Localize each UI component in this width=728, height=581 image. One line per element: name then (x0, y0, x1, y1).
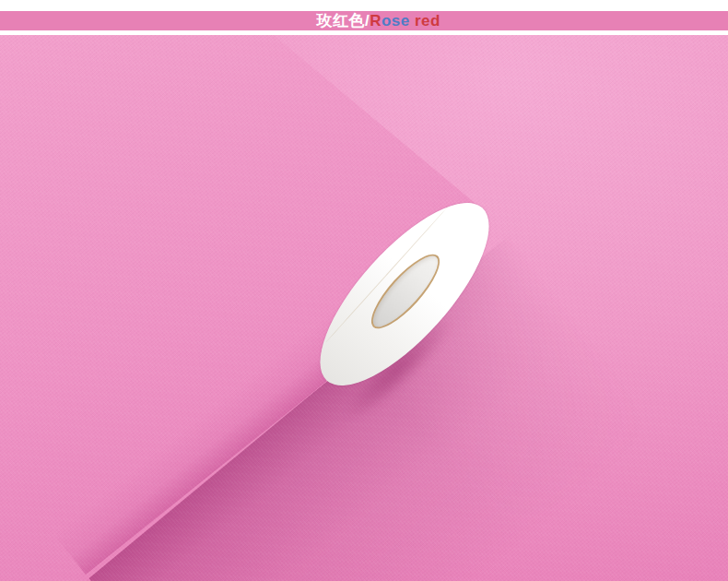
color-label-bar: 玫红色/Rose red (0, 11, 728, 30)
color-name-english-part1: R (370, 12, 382, 30)
wallpaper-product-photo (0, 35, 728, 581)
product-image-page: 玫红色/Rose red (0, 0, 728, 581)
color-name-english-part2: ose (382, 12, 410, 30)
color-name-english-part3: red (410, 12, 440, 30)
color-name-chinese: 玫红色 (316, 12, 365, 30)
